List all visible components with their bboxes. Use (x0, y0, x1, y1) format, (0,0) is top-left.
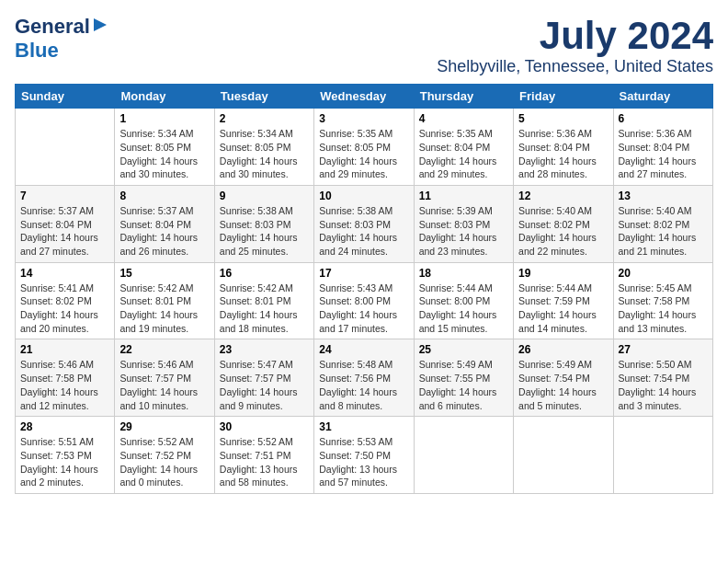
svg-marker-0 (94, 18, 107, 31)
week-row-1: 1Sunrise: 5:34 AM Sunset: 8:05 PM Daylig… (16, 109, 713, 186)
calendar-cell: 18Sunrise: 5:44 AM Sunset: 8:00 PM Dayli… (414, 262, 513, 339)
calendar-cell: 29Sunrise: 5:52 AM Sunset: 7:52 PM Dayli… (115, 417, 214, 494)
day-number: 14 (20, 267, 109, 280)
weekday-header-wednesday: Wednesday (314, 85, 414, 109)
calendar-cell: 14Sunrise: 5:41 AM Sunset: 8:02 PM Dayli… (16, 262, 115, 339)
day-number: 1 (119, 112, 209, 125)
day-number: 29 (119, 420, 209, 433)
calendar-cell: 19Sunrise: 5:44 AM Sunset: 7:59 PM Dayli… (514, 262, 613, 339)
day-number: 31 (319, 420, 408, 433)
day-number: 10 (319, 190, 408, 202)
week-row-3: 14Sunrise: 5:41 AM Sunset: 8:02 PM Dayli… (16, 262, 713, 339)
calendar-cell: 17Sunrise: 5:43 AM Sunset: 8:00 PM Dayli… (314, 262, 414, 339)
logo-arrow-icon (92, 17, 108, 37)
day-number: 27 (619, 343, 708, 356)
week-row-2: 7Sunrise: 5:37 AM Sunset: 8:04 PM Daylig… (16, 185, 713, 262)
day-info: Sunrise: 5:37 AM Sunset: 8:04 PM Dayligh… (20, 204, 109, 259)
calendar-cell (514, 417, 613, 494)
day-info: Sunrise: 5:42 AM Sunset: 8:01 PM Dayligh… (119, 282, 209, 336)
weekday-header-row: SundayMondayTuesdayWednesdayThursdayFrid… (16, 85, 713, 109)
calendar-cell: 15Sunrise: 5:42 AM Sunset: 8:01 PM Dayli… (115, 262, 214, 339)
title-area: July 2024 Shelbyville, Tennessee, United… (437, 15, 713, 76)
day-number: 22 (119, 343, 209, 356)
day-info: Sunrise: 5:36 AM Sunset: 8:04 PM Dayligh… (619, 127, 708, 181)
day-info: Sunrise: 5:50 AM Sunset: 7:54 PM Dayligh… (619, 358, 708, 412)
day-info: Sunrise: 5:47 AM Sunset: 7:57 PM Dayligh… (220, 358, 309, 412)
calendar-cell: 1Sunrise: 5:34 AM Sunset: 8:05 PM Daylig… (115, 109, 214, 186)
logo-line1: General (15, 15, 108, 39)
logo-blue: Blue (15, 39, 59, 62)
day-info: Sunrise: 5:52 AM Sunset: 7:52 PM Dayligh… (119, 435, 209, 489)
day-number: 28 (20, 420, 109, 433)
month-title: July 2024 (437, 15, 713, 57)
day-number: 18 (419, 267, 508, 280)
calendar-cell: 12Sunrise: 5:40 AM Sunset: 8:02 PM Dayli… (514, 185, 613, 262)
calendar-cell: 6Sunrise: 5:36 AM Sunset: 8:04 PM Daylig… (613, 109, 712, 186)
calendar-cell: 10Sunrise: 5:38 AM Sunset: 8:03 PM Dayli… (314, 185, 414, 262)
day-info: Sunrise: 5:53 AM Sunset: 7:50 PM Dayligh… (319, 435, 408, 489)
day-number: 30 (220, 420, 309, 433)
calendar-cell (16, 109, 115, 186)
day-number: 7 (20, 190, 109, 202)
day-info: Sunrise: 5:35 AM Sunset: 8:04 PM Dayligh… (419, 127, 508, 181)
day-info: Sunrise: 5:38 AM Sunset: 8:03 PM Dayligh… (319, 204, 408, 259)
day-info: Sunrise: 5:40 AM Sunset: 8:02 PM Dayligh… (518, 204, 608, 259)
day-info: Sunrise: 5:38 AM Sunset: 8:03 PM Dayligh… (220, 204, 309, 259)
day-number: 15 (119, 267, 209, 280)
day-info: Sunrise: 5:44 AM Sunset: 8:00 PM Dayligh… (419, 282, 508, 336)
calendar-cell: 26Sunrise: 5:49 AM Sunset: 7:54 PM Dayli… (514, 339, 613, 417)
day-number: 21 (20, 343, 109, 356)
calendar-header: SundayMondayTuesdayWednesdayThursdayFrid… (16, 85, 713, 109)
calendar-cell (414, 417, 513, 494)
day-info: Sunrise: 5:36 AM Sunset: 8:04 PM Dayligh… (518, 127, 608, 181)
calendar-cell: 25Sunrise: 5:49 AM Sunset: 7:55 PM Dayli… (414, 339, 513, 417)
day-info: Sunrise: 5:34 AM Sunset: 8:05 PM Dayligh… (220, 127, 309, 181)
logo-general: General (15, 15, 90, 39)
day-number: 11 (419, 190, 508, 202)
day-number: 23 (220, 343, 309, 356)
day-number: 19 (518, 267, 608, 280)
day-info: Sunrise: 5:45 AM Sunset: 7:58 PM Dayligh… (619, 282, 708, 336)
calendar-body: 1Sunrise: 5:34 AM Sunset: 8:05 PM Daylig… (16, 109, 713, 494)
calendar-cell: 9Sunrise: 5:38 AM Sunset: 8:03 PM Daylig… (214, 185, 313, 262)
day-number: 24 (319, 343, 408, 356)
calendar-table: SundayMondayTuesdayWednesdayThursdayFrid… (15, 84, 713, 494)
day-info: Sunrise: 5:43 AM Sunset: 8:00 PM Dayligh… (319, 282, 408, 336)
day-info: Sunrise: 5:52 AM Sunset: 7:51 PM Dayligh… (220, 435, 309, 489)
day-number: 6 (619, 112, 708, 125)
day-number: 13 (619, 190, 708, 202)
day-info: Sunrise: 5:39 AM Sunset: 8:03 PM Dayligh… (419, 204, 508, 259)
calendar-cell: 24Sunrise: 5:48 AM Sunset: 7:56 PM Dayli… (314, 339, 414, 417)
day-number: 4 (419, 112, 508, 125)
day-number: 9 (220, 190, 309, 202)
day-number: 16 (220, 267, 309, 280)
day-info: Sunrise: 5:34 AM Sunset: 8:05 PM Dayligh… (119, 127, 209, 181)
day-number: 2 (220, 112, 309, 125)
logo-line2: Blue (15, 39, 59, 63)
day-number: 3 (319, 112, 408, 125)
day-info: Sunrise: 5:44 AM Sunset: 7:59 PM Dayligh… (518, 282, 608, 336)
day-info: Sunrise: 5:37 AM Sunset: 8:04 PM Dayligh… (119, 204, 209, 259)
calendar-cell: 11Sunrise: 5:39 AM Sunset: 8:03 PM Dayli… (414, 185, 513, 262)
day-number: 17 (319, 267, 408, 280)
calendar-cell: 20Sunrise: 5:45 AM Sunset: 7:58 PM Dayli… (613, 262, 712, 339)
day-info: Sunrise: 5:46 AM Sunset: 7:57 PM Dayligh… (119, 358, 209, 412)
logo: General Blue (15, 15, 108, 63)
day-number: 25 (419, 343, 508, 356)
calendar-cell: 7Sunrise: 5:37 AM Sunset: 8:04 PM Daylig… (16, 185, 115, 262)
day-number: 20 (619, 267, 708, 280)
weekday-header-tuesday: Tuesday (214, 85, 313, 109)
weekday-header-monday: Monday (115, 85, 214, 109)
calendar-cell: 27Sunrise: 5:50 AM Sunset: 7:54 PM Dayli… (613, 339, 712, 417)
day-info: Sunrise: 5:49 AM Sunset: 7:54 PM Dayligh… (518, 358, 608, 412)
calendar-cell: 30Sunrise: 5:52 AM Sunset: 7:51 PM Dayli… (214, 417, 313, 494)
calendar-cell: 22Sunrise: 5:46 AM Sunset: 7:57 PM Dayli… (115, 339, 214, 417)
day-info: Sunrise: 5:40 AM Sunset: 8:02 PM Dayligh… (619, 204, 708, 259)
calendar-cell: 8Sunrise: 5:37 AM Sunset: 8:04 PM Daylig… (115, 185, 214, 262)
calendar-cell: 3Sunrise: 5:35 AM Sunset: 8:05 PM Daylig… (314, 109, 414, 186)
day-info: Sunrise: 5:42 AM Sunset: 8:01 PM Dayligh… (220, 282, 309, 336)
calendar-cell: 13Sunrise: 5:40 AM Sunset: 8:02 PM Dayli… (613, 185, 712, 262)
calendar-cell: 23Sunrise: 5:47 AM Sunset: 7:57 PM Dayli… (214, 339, 313, 417)
day-info: Sunrise: 5:48 AM Sunset: 7:56 PM Dayligh… (319, 358, 408, 412)
calendar-cell: 4Sunrise: 5:35 AM Sunset: 8:04 PM Daylig… (414, 109, 513, 186)
